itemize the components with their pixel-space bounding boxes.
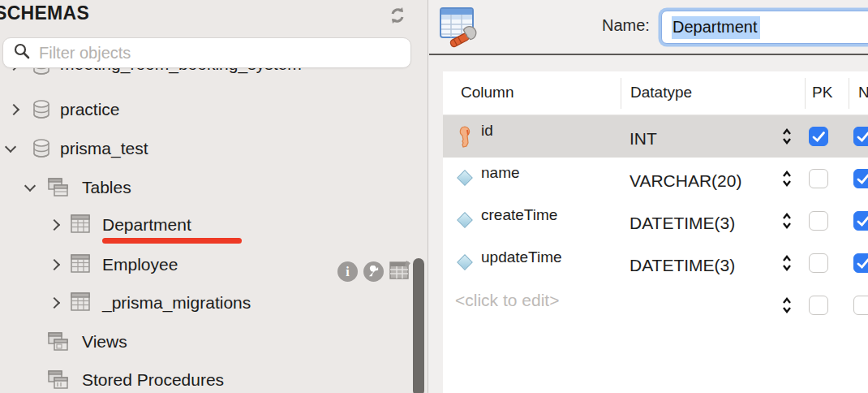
toolbar-divider <box>429 54 868 55</box>
table-icon <box>70 292 91 316</box>
red-underline-annotation <box>102 238 242 244</box>
sidebar-item-tables[interactable]: Tables <box>0 173 422 202</box>
sidebar-item-label: Employee <box>102 255 178 274</box>
pk-checkbox[interactable] <box>809 253 828 273</box>
diamond-icon <box>457 212 473 228</box>
chevron-right-icon[interactable] <box>8 68 19 71</box>
pk-checkbox[interactable] <box>809 169 828 188</box>
sidebar-item-prisma-test[interactable]: prisma_test <box>0 134 422 163</box>
datatype-stepper[interactable] <box>781 210 793 235</box>
pk-checkbox[interactable] <box>809 296 828 315</box>
datatype-stepper[interactable] <box>781 168 793 192</box>
nn-checkbox[interactable] <box>853 211 868 231</box>
table-name-input[interactable]: Department <box>661 11 868 44</box>
database-icon <box>31 137 52 162</box>
table-icon <box>70 214 91 238</box>
info-icon[interactable]: i <box>337 261 358 282</box>
views-folder-icon <box>47 331 70 356</box>
column-datatype[interactable]: DATETIME(3) <box>630 256 735 275</box>
datatype-stepper[interactable] <box>781 126 793 150</box>
column-name[interactable]: updateTime <box>481 248 562 266</box>
name-field-label: Name: <box>602 16 650 35</box>
filter-placeholder: Filter objects <box>39 44 131 63</box>
column-name[interactable]: id <box>481 122 493 140</box>
stored-procedures-folder-icon <box>47 369 70 393</box>
edit-table-icon[interactable] <box>389 260 411 283</box>
sidebar-item-label: prisma_test <box>60 139 148 158</box>
new-column-placeholder[interactable]: <click to edit> <box>455 291 559 310</box>
sidebar-item-label: meeting_room_booking_system <box>60 68 302 74</box>
table-editor-panel: Name: Department Column Datatype PK N <box>429 0 868 393</box>
table-row-actions: i <box>337 260 411 283</box>
chevron-right-icon[interactable] <box>49 259 60 270</box>
column-header-pk[interactable]: PK <box>812 84 832 101</box>
columns-grid: Column Datatype PK N id INT <box>443 71 868 393</box>
schemas-title: SCHEMAS <box>0 2 89 24</box>
columns-grid-header: Column Datatype PK N <box>443 71 868 115</box>
sidebar-item-views[interactable]: Views <box>0 327 422 356</box>
pk-checkbox[interactable] <box>809 127 828 146</box>
edit-table-toolbar-icon <box>438 4 479 51</box>
database-icon <box>31 68 52 79</box>
header-separator <box>621 78 621 109</box>
refresh-schemas-icon[interactable] <box>387 5 408 26</box>
column-row-id[interactable]: id INT <box>443 115 868 158</box>
header-separator <box>805 78 806 109</box>
column-row-new[interactable]: <click to edit> <box>443 284 868 326</box>
schemas-sidebar: SCHEMAS Filter objects <box>0 0 428 393</box>
nn-checkbox[interactable] <box>853 127 868 146</box>
chevron-right-icon[interactable] <box>8 104 19 115</box>
chevron-right-icon[interactable] <box>49 219 60 231</box>
table-icon <box>70 253 91 278</box>
datatype-stepper[interactable] <box>781 295 793 319</box>
sidebar-item-label: practice <box>60 100 120 119</box>
column-name[interactable]: createTime <box>481 206 557 224</box>
column-name[interactable]: name <box>481 164 520 182</box>
column-row-updatetime[interactable]: updateTime DATETIME(3) <box>443 242 868 284</box>
sidebar-item-prisma-migrations[interactable]: _prisma_migrations <box>0 288 422 317</box>
sidebar-item-label: Stored Procedures <box>82 370 224 390</box>
search-icon <box>13 42 31 63</box>
diamond-icon <box>457 170 473 186</box>
wrench-icon[interactable] <box>363 261 384 282</box>
key-icon <box>457 125 475 148</box>
column-row-name[interactable]: name VARCHAR(20) <box>443 158 868 200</box>
column-row-createtime[interactable]: createTime DATETIME(3) <box>443 200 868 242</box>
column-header-column[interactable]: Column <box>461 84 513 101</box>
pk-checkbox[interactable] <box>809 211 828 231</box>
column-datatype[interactable]: INT <box>630 129 657 149</box>
header-separator <box>849 78 849 109</box>
table-name-value: Department <box>672 16 760 39</box>
sidebar-item-meeting-room-booking-system[interactable]: meeting_room_booking_system <box>0 68 422 79</box>
chevron-down-icon[interactable] <box>24 180 36 192</box>
datatype-stepper[interactable] <box>781 253 793 277</box>
filter-objects-input[interactable]: Filter objects <box>2 37 411 68</box>
column-datatype[interactable]: DATETIME(3) <box>630 214 735 233</box>
diamond-icon <box>457 254 473 270</box>
sidebar-item-practice[interactable]: practice <box>0 95 422 124</box>
column-header-nn[interactable]: N <box>858 84 868 101</box>
column-header-datatype[interactable]: Datatype <box>630 84 692 101</box>
mysql-workbench-window: SCHEMAS Filter objects <box>0 0 868 393</box>
column-datatype[interactable]: VARCHAR(20) <box>630 171 741 191</box>
nn-checkbox[interactable] <box>853 296 868 315</box>
sidebar-item-label: Views <box>82 332 127 352</box>
sidebar-scrollbar[interactable] <box>413 258 424 393</box>
nn-checkbox[interactable] <box>853 169 868 188</box>
chevron-right-icon[interactable] <box>49 297 60 309</box>
sidebar-item-label: Department <box>102 215 191 235</box>
tables-folder-icon <box>47 177 70 202</box>
database-icon <box>31 98 52 123</box>
sidebar-item-label: Tables <box>82 178 131 197</box>
nn-checkbox[interactable] <box>853 253 868 273</box>
sidebar-item-stored-procedures[interactable]: Stored Procedures <box>0 365 422 393</box>
chevron-down-icon[interactable] <box>5 141 16 153</box>
sidebar-item-label: _prisma_migrations <box>102 293 251 313</box>
sidebar-item-department[interactable]: Department <box>0 210 422 240</box>
